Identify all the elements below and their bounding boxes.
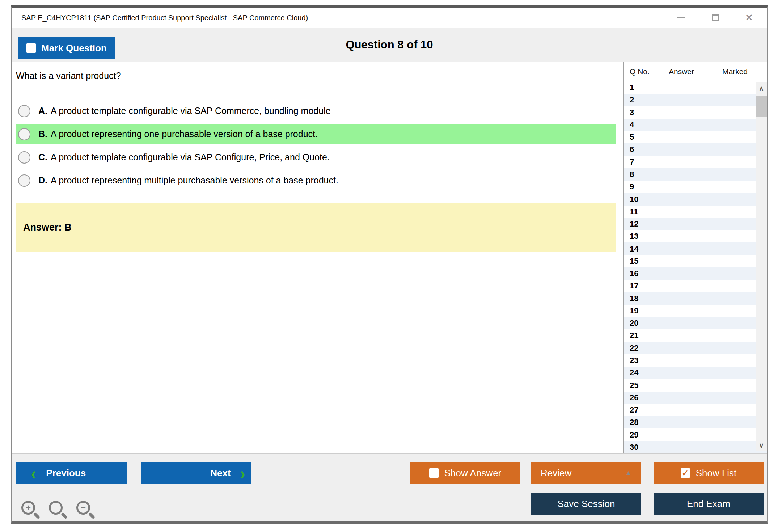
answer-label: Answer: B xyxy=(23,222,72,233)
option-radio[interactable] xyxy=(18,128,30,140)
question-list-row[interactable]: 30 xyxy=(624,441,767,453)
minimize-button[interactable] xyxy=(676,13,686,24)
zoom-out-button[interactable]: − xyxy=(76,500,96,520)
next-chevron-icon: › xyxy=(240,466,245,480)
option-row-a[interactable]: A.A product template configurable via SA… xyxy=(16,101,616,121)
previous-label: Previous xyxy=(46,468,86,479)
close-button[interactable]: ✕ xyxy=(744,13,754,24)
question-list-row[interactable]: 21 xyxy=(624,329,767,342)
scrollbar-thumb[interactable] xyxy=(756,96,767,117)
previous-button[interactable]: ‹ Previous xyxy=(16,462,127,484)
magnifier-handle xyxy=(33,512,40,519)
magnifier-icon xyxy=(49,501,63,515)
end-exam-label: End Exam xyxy=(687,498,730,510)
screenshot-stage: SAP E_C4HYCP1811 (SAP Certified Product … xyxy=(0,0,778,532)
next-button[interactable]: Next › xyxy=(141,462,251,484)
title-bar: SAP E_C4HYCP1811 (SAP Certified Product … xyxy=(12,8,767,28)
maximize-button[interactable] xyxy=(710,13,720,24)
window-controls: ✕ xyxy=(676,13,760,24)
maximize-icon xyxy=(712,14,719,21)
option-radio[interactable] xyxy=(18,151,30,164)
option-text: A product template configurable via SAP … xyxy=(51,106,331,116)
show-list-checkbox[interactable]: ✓ xyxy=(681,468,690,478)
question-list-row[interactable]: 26 xyxy=(624,392,767,404)
question-list-scrollbar[interactable]: ∧ ∨ xyxy=(756,82,767,451)
question-list-row[interactable]: 25 xyxy=(624,379,767,391)
show-answer-label: Show Answer xyxy=(444,468,502,479)
question-list-row[interactable]: 24 xyxy=(624,367,767,379)
option-text: A product representing multiple purchasa… xyxy=(51,175,338,186)
question-list-row[interactable]: 2 xyxy=(624,94,767,106)
question-counter: Question 8 of 10 xyxy=(12,28,767,62)
zoom-in-icon: + xyxy=(21,501,35,515)
question-list-row[interactable]: 17 xyxy=(624,280,767,292)
option-text: A product representing one purchasable v… xyxy=(51,129,318,139)
question-list-row[interactable]: 7 xyxy=(624,156,767,168)
option-letter: B. xyxy=(38,129,47,139)
review-label: Review xyxy=(541,468,571,479)
previous-chevron-icon: ‹ xyxy=(31,466,36,480)
question-list-row[interactable]: 4 xyxy=(624,119,767,131)
zoom-out-icon: − xyxy=(76,501,90,515)
question-list-row[interactable]: 12 xyxy=(624,218,767,230)
magnifier-handle xyxy=(88,512,95,519)
option-letter: C. xyxy=(38,152,47,162)
zoom-reset-button[interactable] xyxy=(48,500,68,520)
question-list-row[interactable]: 27 xyxy=(624,404,767,416)
option-radio[interactable] xyxy=(18,174,30,187)
zoom-in-button[interactable]: + xyxy=(21,500,41,520)
question-list-row[interactable]: 22 xyxy=(624,342,767,354)
option-radio[interactable] xyxy=(18,105,30,117)
option-text: A product template configurable via SAP … xyxy=(51,152,330,162)
scroll-down-icon[interactable]: ∨ xyxy=(756,439,767,451)
question-list-panel: Q No. Answer Marked 12345678910111213141… xyxy=(623,62,767,453)
option-row-d[interactable]: D.A product representing multiple purcha… xyxy=(16,171,616,190)
question-list-row[interactable]: 8 xyxy=(624,168,767,181)
question-list-row[interactable]: 28 xyxy=(624,416,767,428)
options-list: A.A product template configurable via SA… xyxy=(16,101,616,194)
checkmark-icon: ✓ xyxy=(682,469,689,477)
option-row-b[interactable]: B.A product representing one purchasable… xyxy=(16,124,616,144)
column-header-qno: Q No. xyxy=(630,67,650,76)
show-answer-button[interactable]: Show Answer xyxy=(410,462,520,484)
end-exam-button[interactable]: End Exam xyxy=(654,493,764,515)
question-list-row[interactable]: 10 xyxy=(624,193,767,205)
zoom-tools: + − xyxy=(21,500,96,520)
question-list-row[interactable]: 9 xyxy=(624,181,767,193)
close-icon: ✕ xyxy=(745,13,753,23)
question-list-row[interactable]: 13 xyxy=(624,230,767,242)
question-list-row[interactable]: 18 xyxy=(624,292,767,305)
option-letter: A. xyxy=(38,106,47,116)
save-session-button[interactable]: Save Session xyxy=(531,493,641,515)
show-answer-checkbox[interactable] xyxy=(429,468,439,478)
question-list-header: Q No. Answer Marked xyxy=(624,62,767,81)
question-list-row[interactable]: 29 xyxy=(624,428,767,441)
question-text: What is a variant product? xyxy=(16,71,121,81)
magnifier-handle xyxy=(61,512,68,519)
question-list-row[interactable]: 23 xyxy=(624,354,767,367)
question-list-row[interactable]: 15 xyxy=(624,255,767,267)
header-band: Mark Question Question 8 of 10 xyxy=(12,28,767,62)
question-list-row[interactable]: 19 xyxy=(624,305,767,317)
save-session-label: Save Session xyxy=(558,498,615,510)
review-button[interactable]: Review ▲ xyxy=(531,462,641,484)
option-row-c[interactable]: C.A product template configurable via SA… xyxy=(16,148,616,167)
question-list-row[interactable]: 16 xyxy=(624,267,767,280)
question-list-row[interactable]: 20 xyxy=(624,317,767,329)
window-title: SAP E_C4HYCP1811 (SAP Certified Product … xyxy=(21,14,676,22)
question-list-row[interactable]: 6 xyxy=(624,143,767,156)
exam-player-window: SAP E_C4HYCP1811 (SAP Certified Product … xyxy=(11,5,768,524)
scroll-up-icon[interactable]: ∧ xyxy=(756,82,767,94)
answer-box: Answer: B xyxy=(16,203,616,252)
show-list-button[interactable]: ✓ Show List xyxy=(654,462,764,484)
question-list-row[interactable]: 1 xyxy=(624,81,767,94)
question-list-row[interactable]: 5 xyxy=(624,131,767,143)
next-label: Next xyxy=(210,468,231,479)
column-header-marked: Marked xyxy=(722,67,748,76)
option-letter: D. xyxy=(38,175,47,186)
question-list-row[interactable]: 14 xyxy=(624,242,767,255)
review-triangle-icon: ▲ xyxy=(625,469,632,477)
question-list-row[interactable]: 11 xyxy=(624,206,767,218)
question-list-row[interactable]: 3 xyxy=(624,106,767,119)
question-list-body: 1234567891011121314151617181920212223242… xyxy=(624,81,767,453)
